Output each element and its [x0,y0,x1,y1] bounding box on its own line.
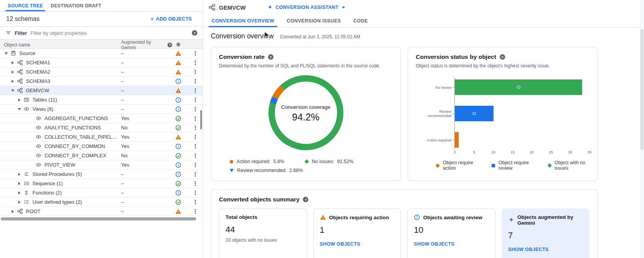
tree-row[interactable]: Functions (2) – ⋮ [0,188,203,198]
workspace-header: GEMVCW CONVERSION ASSISTANT [203,0,644,15]
tab-destination-draft[interactable]: DESTINATION DRAFT [47,0,105,11]
object-type-icon [10,50,16,56]
tree-horizontal-scrollbar[interactable] [1,217,196,220]
expand-arrow-icon[interactable] [10,79,15,84]
augmented-help-icon[interactable]: ? [167,43,172,47]
app-window: SOURCE TREE DESTINATION DRAFT 12 schemas… [0,0,644,258]
tree-row[interactable]: Views (6) – ⋮ [0,105,203,114]
tree-row[interactable]: Tables (11) – ⋮ [0,95,203,105]
expand-arrow-icon[interactable] [16,97,22,103]
conversion-status-description: Object status is determined by the objec… [416,63,589,69]
tree-row[interactable]: Source – ⋮ [0,49,203,58]
object-type-icon [36,115,41,121]
augmented-value: – [118,181,172,186]
row-menu-button[interactable]: ⋮ [188,190,203,196]
augmented-value: No [118,153,172,158]
expand-arrow-icon[interactable] [16,107,22,112]
blue-triangle-icon [230,169,234,172]
objects-augmented-by-gemini-block: Objects augmented by Gemini 7 SHOW OBJEC… [502,208,590,258]
tree-row[interactable]: PIVOT_VIEW Yes ⋮ [0,160,203,170]
tree-row[interactable]: SCHEMA2 – ⋮ [0,67,203,77]
object-name: Tables (11) [32,97,57,103]
x-tick-label: 15 [511,150,515,154]
object-name: ROOT [26,208,41,214]
tab-source-tree[interactable]: SOURCE TREE [4,0,47,11]
tree-row[interactable]: Stored Procedures (5) – ⋮ [0,170,203,179]
status-icon [175,88,181,94]
expand-arrow-icon[interactable] [10,60,15,65]
schemas-count-heading: 12 schemas [6,15,39,22]
expand-arrow-icon[interactable] [10,209,15,214]
status-icon [175,50,181,57]
left-panel-tabs: SOURCE TREE DESTINATION DRAFT [0,0,203,12]
expand-arrow-icon[interactable] [10,69,15,75]
x-tick-label: 30 [568,150,572,154]
source-tree-panel: SOURCE TREE DESTINATION DRAFT 12 schemas… [0,0,203,258]
expand-arrow-icon[interactable] [16,172,22,177]
augmented-value: – [118,208,172,214]
tab-conversion-issues[interactable]: CONVERSION ISSUES [280,15,347,27]
tree-row[interactable]: User defined types (2) – ⋮ [0,198,203,207]
tree-row[interactable]: ROOT – ⋮ [0,207,203,216]
tree-row[interactable]: ANALYTIC_FUNCTIONS No ⋮ [0,123,203,132]
converted-at-timestamp: Converted at Jun 3, 2025, 11:05:02 AM [280,34,360,40]
augmented-value: – [118,88,172,93]
row-menu-button[interactable]: ⋮ [188,171,203,177]
show-objects-gemini-link[interactable]: SHOW OBJECTS [508,247,549,252]
legend-object-no-issues: Object with no issues [548,160,589,171]
conversion-assistant-button[interactable]: CONVERSION ASSISTANT [267,5,345,10]
tree-row[interactable]: AGGREGATE_FUNCTIONS Yes ⋮ [0,114,203,123]
row-menu-button[interactable]: ⋮ [188,153,203,158]
expand-arrow-icon[interactable] [16,200,22,205]
expand-arrow-icon[interactable] [10,88,15,93]
row-menu-button[interactable]: ⋮ [188,162,203,168]
conversion-rate-help-icon[interactable]: ? [268,54,273,60]
augmented-value: Yes [118,162,172,168]
row-menu-button[interactable]: ⋮ [188,69,203,75]
augmented-value: – [118,97,172,103]
status-icon [175,97,181,103]
expand-arrow-icon[interactable] [16,181,22,186]
filter-help-icon[interactable]: ? [192,30,197,36]
row-menu-button[interactable]: ⋮ [188,97,203,103]
row-menu-button[interactable]: ⋮ [188,134,203,140]
row-menu-button[interactable]: ⋮ [188,88,203,93]
row-menu-button[interactable]: ⋮ [188,181,203,186]
row-menu-button[interactable]: ⋮ [188,50,203,56]
conversion-assistant-label: CONVERSION ASSISTANT [275,5,338,10]
expand-arrow-icon[interactable] [3,51,9,56]
tree-row[interactable]: COLLECTION_TABLE_PIPELINED_VIEW Yes ⋮ [0,132,203,142]
tree-row[interactable]: SCHEMA1 – ⋮ [0,58,203,67]
workspace-icon [208,4,215,11]
show-objects-action-link[interactable]: SHOW OBJECTS [320,241,360,247]
row-menu-button[interactable]: ⋮ [188,60,203,65]
object-type-icon [17,88,23,93]
tab-code[interactable]: CODE [347,15,374,27]
show-objects-review-link[interactable]: SHOW OBJECTS [414,241,454,247]
tree-row[interactable]: SCHEMA3 – ⋮ [0,77,203,86]
row-menu-button[interactable]: ⋮ [188,199,203,205]
summary-help-icon[interactable]: ? [303,197,308,202]
row-menu-button[interactable]: ⋮ [188,143,203,149]
tree-row[interactable]: GEMVCW – ⋮ [0,86,203,95]
legend-no-issues: No issues: 91.52% [305,159,393,164]
page-vertical-scrollbar[interactable] [640,0,644,258]
tree-row-name-cell: COLLECTION_TABLE_PIPELINED_VIEW [0,134,118,140]
tab-conversion-overview[interactable]: CONVERSION OVERVIEW [205,15,280,27]
conversion-status-help-icon[interactable]: ? [500,54,505,60]
filter-input[interactable] [31,30,188,36]
tree-row[interactable]: CONNECT_BY_COMMON Yes ⋮ [0,142,203,151]
expand-arrow-icon[interactable] [16,190,22,196]
scrollbar-thumb[interactable] [641,29,644,150]
row-menu-button[interactable]: ⋮ [188,78,203,84]
tree-row[interactable]: Sequence (1) – ⋮ [0,179,203,188]
overview-content: Conversion overview Converted at Jun 3, … [203,28,644,258]
row-menu-button[interactable]: ⋮ [188,208,203,214]
object-name: SCHEMA2 [26,69,50,75]
object-type-icon [36,125,41,131]
x-tick-label: 25 [549,150,553,154]
add-objects-button[interactable]: + ADD OBJECTS [150,16,192,22]
column-object-name: Object name [0,42,118,48]
tree-row[interactable]: CONNECT_BY_COMPLEX No ⋮ [0,151,203,160]
tree-vertical-scrollbar[interactable] [200,110,202,129]
